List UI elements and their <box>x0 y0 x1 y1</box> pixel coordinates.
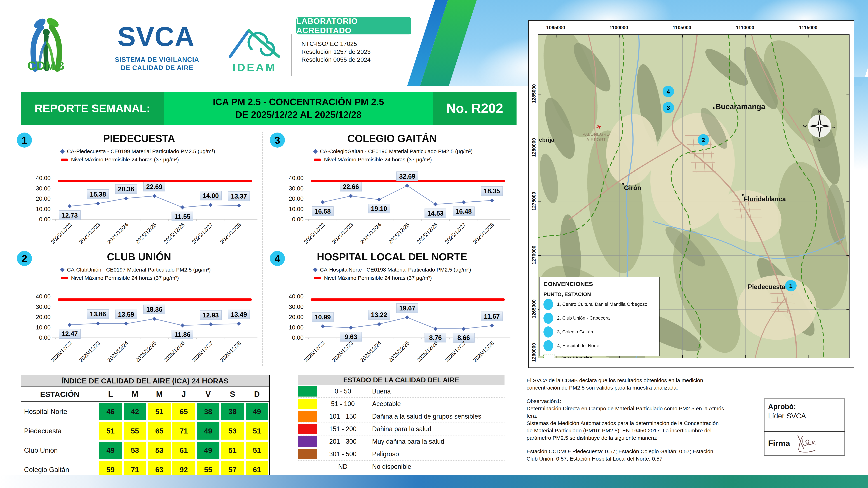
chart-legend: CA-HospitalNorte - CE0198 Material Parti… <box>314 266 471 282</box>
svg-text:0.00: 0.00 <box>39 334 51 341</box>
ica-value: 49 <box>99 442 122 459</box>
map-marker-3: 3 <box>662 102 674 113</box>
svg-text:30.00: 30.00 <box>289 303 304 310</box>
svg-text:2025/12/23: 2025/12/23 <box>78 222 101 245</box>
range-label: Dañina para la salud <box>367 423 504 435</box>
legend-item: 3, Colegio Gaitán <box>544 325 659 339</box>
svg-text:13.37: 13.37 <box>231 193 247 200</box>
ica-value: 65 <box>173 403 195 420</box>
sky-right-edge <box>852 77 868 170</box>
limit-line-icon <box>61 277 68 279</box>
svg-text:22.66: 22.66 <box>343 183 359 191</box>
limit-legend-label: Nivel Máximo Permisible 24 horas (37 µg/… <box>324 157 432 163</box>
compass-rose-icon: N E S W <box>807 113 832 139</box>
day-header: S <box>220 390 245 399</box>
map-frame: N E S W ✈ PALONEGRO AIRPORT Bucaramanga … <box>538 34 849 358</box>
svg-text:20.36: 20.36 <box>118 186 134 193</box>
ica-value: 49 <box>246 403 268 420</box>
color-swatch <box>298 449 317 459</box>
range: 0 - 50 <box>319 388 367 395</box>
station-location-map: 1095000 1100000 1105000 1110000 1115000 … <box>528 20 854 368</box>
svg-text:11.86: 11.86 <box>175 331 190 338</box>
range: 101 - 150 <box>319 413 367 420</box>
svg-text:2025/12/26: 2025/12/26 <box>162 340 186 363</box>
svg-text:20.00: 20.00 <box>289 314 304 320</box>
station-name: Hospital Norte <box>21 408 98 416</box>
city-dot <box>713 107 715 109</box>
ica-value: 53 <box>221 422 244 440</box>
range-label: Dañina a la salud de grupos sensibles <box>367 410 504 423</box>
chart-title: COLEGIO GAITÁN <box>267 133 517 144</box>
svg-text:40.00: 40.00 <box>289 175 304 181</box>
legend-item: 1, Centro Cultural Daniel Mantilla Orbeg… <box>544 297 659 311</box>
svg-text:2025/12/25: 2025/12/25 <box>134 222 158 245</box>
series-marker-icon <box>313 149 318 154</box>
municipal-boundary-icon <box>544 355 555 358</box>
ica-station-header: ESTACIÓN <box>21 390 98 399</box>
range: 51 - 100 <box>319 400 367 408</box>
svg-text:2025/12/24: 2025/12/24 <box>359 222 382 245</box>
legend-row: ND No disponible <box>298 461 504 473</box>
svca-subtitle-1: SISTEMA DE VIGILANCIA <box>98 56 216 64</box>
declaration-line: concentración de PM2.5 son validos para … <box>527 384 762 391</box>
observation-line: parámetro PM2.5 se distribuye de la sigu… <box>527 434 762 442</box>
compass-e: E <box>832 124 835 129</box>
table-row: Club Unión 49 53 53 61 49 51 51 <box>21 441 269 460</box>
ideam-wordmark: IDEAM <box>226 61 283 74</box>
series-legend-label: CA-HospitalNorte - CE0198 Material Parti… <box>320 267 471 273</box>
svg-text:0.00: 0.00 <box>292 334 304 341</box>
series-marker-icon <box>60 267 65 272</box>
aprobo-value: Líder SVCA <box>768 412 806 420</box>
limit-legend-label: Nivel Máximo Permisible 24 horas (37 µg/… <box>71 275 179 281</box>
observation-line: de Material Particulado (PM10; PM2.5): E… <box>527 427 762 434</box>
chart-legend: CA-Piedecuesta - CE0199 Material Particu… <box>61 147 215 164</box>
chart-legend: CA-ClubUnión - CE0197 Material Particula… <box>61 266 211 282</box>
svg-text:2025/12/26: 2025/12/26 <box>415 222 439 245</box>
ica-value: 51 <box>246 422 268 440</box>
ica-value: 61 <box>173 442 195 459</box>
range-label: Aceptable <box>367 398 504 410</box>
svg-text:14.00: 14.00 <box>203 192 219 199</box>
svg-text:20.00: 20.00 <box>289 195 304 202</box>
report-number: No. R202 <box>433 92 517 125</box>
svg-text:20.00: 20.00 <box>36 195 51 202</box>
svg-text:40.00: 40.00 <box>36 175 51 181</box>
svg-text:16.58: 16.58 <box>315 208 331 215</box>
day-header: L <box>98 390 123 399</box>
svg-text:11.67: 11.67 <box>484 313 500 320</box>
uncertainty-line: Club Unión: 0.57; Estación Hospital Loca… <box>527 455 762 462</box>
svg-text:2025/12/28: 2025/12/28 <box>219 222 242 245</box>
legend-row: 0 - 50 Buena <box>298 385 504 398</box>
ica-value: 51 <box>221 442 244 459</box>
svg-text:2025/12/25: 2025/12/25 <box>388 340 411 363</box>
day-header: D <box>245 390 269 399</box>
svg-text:10.00: 10.00 <box>289 324 304 331</box>
accreditation-line: Resolución 0055 de 2024 <box>302 56 371 64</box>
range: ND <box>319 463 367 470</box>
color-swatch <box>298 436 317 447</box>
svg-text:2025/12/23: 2025/12/23 <box>78 340 101 363</box>
map-x-axis-label: 1105000 <box>673 25 691 31</box>
map-y-axis-label: 1260000 <box>531 341 537 364</box>
chart-title: PIEDECUESTA <box>14 133 264 144</box>
station-point-icon <box>544 326 553 337</box>
chart-title: HOSPITAL LOCAL DEL NORTE <box>267 251 517 263</box>
series-marker-icon <box>313 267 318 272</box>
svg-text:8.76: 8.76 <box>429 334 442 341</box>
range: 201 - 300 <box>319 438 367 445</box>
svg-text:32.69: 32.69 <box>399 173 415 180</box>
city-label-floridablanca: Floridablanca <box>744 195 786 203</box>
svg-text:19.67: 19.67 <box>399 304 415 312</box>
map-y-axis-label: 1280000 <box>531 136 537 159</box>
svg-text:18.36: 18.36 <box>146 306 162 313</box>
legend-item: 2, Club Unión - Cabecera <box>544 311 659 325</box>
range-label: Peligroso <box>367 448 504 460</box>
svg-text:40.00: 40.00 <box>289 293 304 300</box>
svg-text:2025/12/23: 2025/12/23 <box>331 340 354 363</box>
svg-text:2025/12/26: 2025/12/26 <box>162 222 186 245</box>
table-row: Hospital Norte 46 42 51 65 38 38 49 <box>21 402 269 421</box>
series-legend-label: CA-ColegioGaitán - CE0196 Material Parti… <box>320 148 472 155</box>
day-header: J <box>172 390 196 399</box>
svg-text:12.73: 12.73 <box>62 212 78 219</box>
ica-value: 38 <box>221 403 244 420</box>
